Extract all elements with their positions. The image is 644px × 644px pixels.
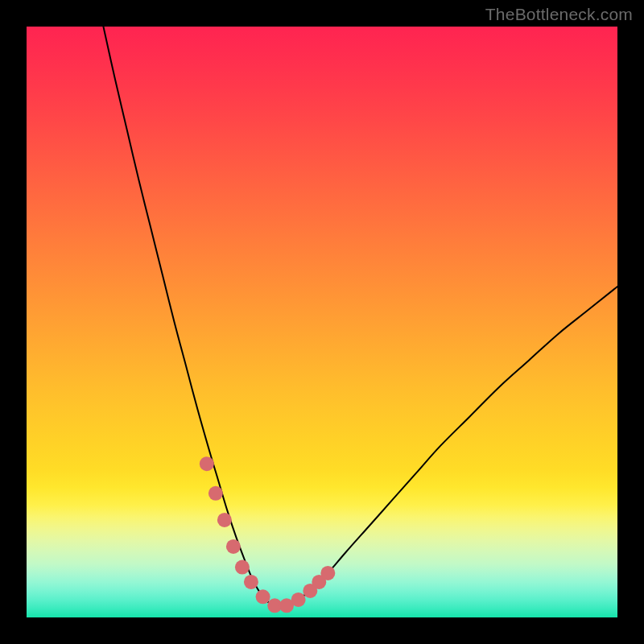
highlight-dot — [256, 589, 270, 604]
highlight-dot — [235, 560, 250, 575]
watermark-text: TheBottleneck.com — [485, 5, 633, 24]
highlight-dot — [320, 566, 335, 580]
highlight-dot — [291, 592, 306, 607]
chart-stage: TheBottleneck.com — [0, 0, 644, 644]
highlight-dot — [244, 575, 258, 589]
highlight-dot — [208, 486, 223, 501]
highlight-dot — [200, 456, 214, 471]
highlight-markers — [200, 456, 335, 613]
highlight-dot — [217, 513, 232, 527]
bottleneck-curve — [103, 27, 617, 606]
highlight-dot — [226, 539, 241, 554]
plot-svg — [27, 27, 617, 617]
